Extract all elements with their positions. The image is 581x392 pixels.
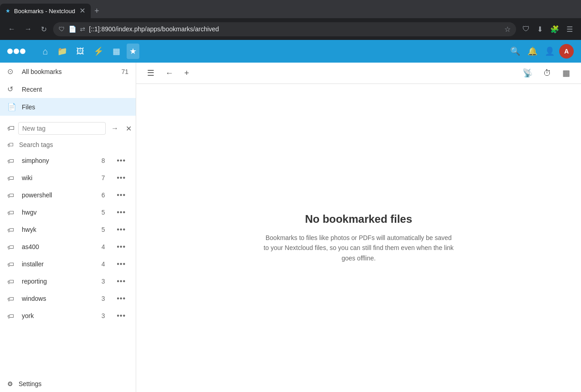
download-icon[interactable]: ⬇ [534, 23, 546, 35]
new-tag-clear-button[interactable]: ✕ [124, 123, 133, 134]
contacts-header-icon[interactable]: 👤 [542, 44, 557, 59]
active-tab[interactable]: ★ Bookmarks - Nextcloud ✕ [0, 4, 91, 18]
new-tag-submit-button[interactable]: → [109, 123, 120, 133]
tag-label: simphony [22, 157, 96, 164]
tag-menu-button[interactable]: ••• [114, 156, 128, 166]
tag-row[interactable]: 🏷 windows 3 ••• [0, 290, 136, 307]
tag-label: wiki [22, 174, 96, 181]
photos-nav-icon[interactable]: 🖼 [74, 44, 87, 59]
notifications-header-icon[interactable]: 🔔 [525, 44, 540, 59]
tag-count: 5 [101, 209, 105, 216]
back-button[interactable]: ← [5, 23, 18, 35]
tag-label: installer [22, 260, 96, 268]
tag-label: hwyk [22, 226, 96, 233]
sort-button[interactable]: ⏱ [540, 67, 555, 80]
new-tab-button[interactable]: + [91, 6, 103, 16]
tag-row[interactable]: 🏷 reporting 3 ••• [0, 273, 136, 290]
reload-button[interactable]: ↻ [38, 23, 49, 35]
files-label: Files [22, 103, 128, 111]
tag-count: 3 [101, 312, 105, 319]
tag-menu-button[interactable]: ••• [114, 311, 128, 321]
logo-circle-2 [14, 49, 19, 54]
tag-row[interactable]: 🏷 installer 4 ••• [0, 255, 136, 273]
tag-list: 🏷 simphony 8 ••• 🏷 wiki 7 ••• 🏷 powershe… [0, 152, 136, 324]
header-right-icons: 🔍 🔔 👤 A [507, 44, 574, 59]
tag-row[interactable]: 🏷 hwgv 5 ••• [0, 204, 136, 221]
toolbar-right-icons: 🛡 ⬇ 🧩 ☰ [520, 23, 576, 35]
menu-icon[interactable]: ☰ [564, 23, 576, 35]
tag-row[interactable]: 🏷 wiki 7 ••• [0, 169, 136, 186]
empty-state: No bookmarked files Bookmarks to files l… [245, 195, 472, 281]
tab-bar: ★ Bookmarks - Nextcloud ✕ + [0, 0, 581, 18]
tag-count: 6 [101, 191, 105, 199]
tag-row[interactable]: 🏷 as400 4 ••• [0, 238, 136, 255]
activity-nav-icon[interactable]: ⚡ [91, 44, 106, 59]
main-content: ⊙ All bookmarks 71 ↺ Recent 📄 Files 🏷 → … [0, 63, 581, 392]
tag-label: reporting [22, 278, 96, 285]
tag-menu-button[interactable]: ••• [114, 259, 128, 269]
sidebar-item-settings[interactable]: ⚙ Settings [0, 376, 136, 392]
tag-row[interactable]: 🏷 powershell 6 ••• [0, 186, 136, 204]
tag-count: 3 [101, 278, 105, 285]
tag-label: powershell [22, 191, 96, 199]
tag-menu-button[interactable]: ••• [114, 225, 128, 235]
bookmarks-nav-icon[interactable]: ★ [127, 44, 139, 59]
tag-row[interactable]: 🏷 simphony 8 ••• [0, 152, 136, 169]
tab-close-button[interactable]: ✕ [79, 7, 85, 15]
tag-row[interactable]: 🏷 york 3 ••• [0, 307, 136, 324]
home-nav-icon[interactable]: ⌂ [40, 44, 51, 59]
tag-label: hwgv [22, 209, 96, 216]
tag-menu-button[interactable]: ••• [114, 276, 128, 286]
extension-icon[interactable]: 🧩 [547, 23, 562, 35]
tag-count: 5 [101, 226, 105, 233]
sidebar-item-recent[interactable]: ↺ Recent [0, 80, 136, 98]
tag-count: 8 [101, 157, 105, 164]
grid-view-button[interactable]: ▦ [559, 66, 574, 80]
tag-icon: 🏷 [7, 260, 16, 268]
tag-icon: 🏷 [7, 191, 16, 199]
deck-nav-icon[interactable]: ▦ [110, 44, 123, 59]
security-icon: 🛡 [59, 25, 65, 33]
page-info-icon: 📄 [69, 25, 76, 33]
tag-icon: 🏷 [7, 295, 16, 303]
address-bar[interactable]: 🛡 📄 ⇄ [::1]:8900/index.php/apps/bookmark… [53, 22, 516, 36]
content-main: No bookmarked files Bookmarks to files l… [136, 84, 581, 392]
tag-icon: 🏷 [7, 174, 16, 182]
tag-menu-button[interactable]: ••• [114, 294, 128, 304]
add-bookmark-button[interactable]: + [181, 67, 193, 80]
shield-extension-icon[interactable]: 🛡 [520, 23, 532, 35]
back-content-button[interactable]: ← [162, 67, 177, 80]
new-tag-row: 🏷 → ✕ [0, 119, 136, 137]
search-header-icon[interactable]: 🔍 [507, 44, 523, 59]
header-nav-icons: ⌂ 📁 🖼 ⚡ ▦ ★ [40, 44, 139, 59]
search-tags-row[interactable]: 🏷 Search tags [0, 137, 136, 152]
settings-icon: ⚙ [7, 380, 13, 387]
tag-count: 4 [101, 260, 105, 268]
all-bookmarks-label: All bookmarks [22, 68, 116, 75]
sidebar-item-all-bookmarks[interactable]: ⊙ All bookmarks 71 [0, 63, 136, 80]
files-sidebar-icon: 📄 [7, 103, 16, 111]
settings-label: Settings [19, 380, 42, 387]
tag-icon: 🏷 [7, 226, 16, 234]
sidebar-item-files[interactable]: 📄 Files [0, 98, 136, 116]
content-area: ☰ ← + 📡 ⏱ ▦ No bookmarked files Bookmark… [136, 63, 581, 392]
tag-menu-button[interactable]: ••• [114, 207, 128, 217]
tag-icon: 🏷 [7, 243, 16, 251]
logo-circles [7, 49, 25, 54]
bookmark-page-icon[interactable]: ☆ [504, 25, 511, 34]
tag-menu-button[interactable]: ••• [114, 190, 128, 200]
tag-count: 3 [101, 295, 105, 302]
tag-icon: 🏷 [7, 209, 16, 216]
all-bookmarks-icon: ⊙ [7, 67, 16, 76]
toggle-sidebar-button[interactable]: ☰ [143, 66, 158, 80]
forward-button[interactable]: → [22, 23, 34, 35]
empty-title: No bookmarked files [263, 213, 454, 225]
browser-toolbar: ← → ↻ 🛡 📄 ⇄ [::1]:8900/index.php/apps/bo… [0, 18, 581, 40]
tag-menu-button[interactable]: ••• [114, 242, 128, 252]
rss-button[interactable]: 📡 [519, 66, 536, 80]
tag-menu-button[interactable]: ••• [114, 173, 128, 183]
avatar[interactable]: A [559, 44, 574, 59]
tag-row[interactable]: 🏷 hwyk 5 ••• [0, 221, 136, 238]
new-tag-input[interactable] [18, 122, 106, 135]
files-nav-icon[interactable]: 📁 [54, 44, 70, 59]
